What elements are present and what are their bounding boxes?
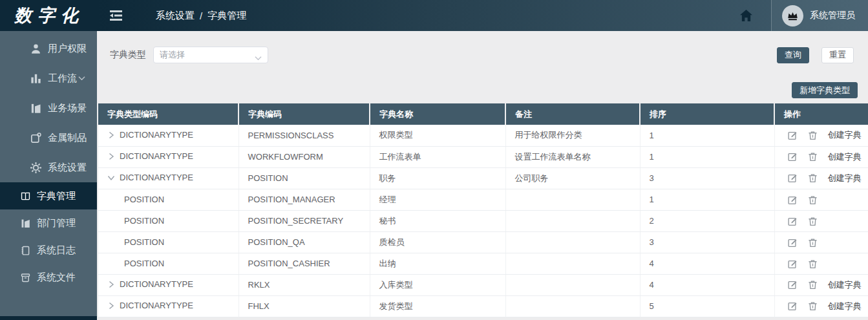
edit-icon[interactable] (788, 259, 798, 269)
cell-type-code: DICTIONARYTYPE (120, 279, 193, 289)
col-header-remark: 备注 (505, 103, 640, 125)
breadcrumb-current[interactable]: 字典管理 (207, 10, 246, 22)
app-logo: 数字化 (0, 0, 97, 31)
cell-remark (505, 189, 640, 210)
sidebar-subitem-label: 系统文件 (37, 272, 76, 284)
add-dict-type-button[interactable]: 新增字典类型 (792, 82, 858, 98)
cell-dict-code: POSITION_CASHIER (238, 253, 370, 274)
delete-icon[interactable] (808, 301, 818, 311)
edit-icon[interactable] (788, 195, 798, 205)
table-row: DICTIONARYTYPE RKLX 入库类型 4 创建字典 (98, 274, 868, 295)
avatar (782, 5, 803, 27)
collapse-arrow-icon[interactable] (107, 174, 115, 182)
cell-sort: 5 (640, 295, 774, 317)
reset-button[interactable]: 重置 (821, 47, 854, 63)
cell-dict-name: 秘书 (370, 210, 505, 231)
sidebar-subitem-system-log[interactable]: 系统日志 (0, 237, 97, 264)
edit-icon[interactable] (788, 280, 798, 290)
table-row-expanded: DICTIONARYTYPE POSITION 职务 公司职务 3 创建字典 (98, 167, 868, 189)
sidebar-subitem-label: 字典管理 (37, 190, 76, 202)
create-dict-link[interactable]: 创建字典 (828, 301, 862, 311)
delete-icon[interactable] (808, 259, 818, 269)
cell-dict-code: RKLX (238, 274, 370, 295)
delete-icon[interactable] (808, 195, 818, 205)
edit-icon[interactable] (788, 238, 798, 248)
chevron-down-icon (78, 46, 85, 51)
table-row: DICTIONARYTYPE PERMISSIONSCLASS 权限类型 用于给… (98, 125, 868, 146)
edit-icon[interactable] (788, 173, 798, 183)
cell-type-code: POSITION (98, 253, 238, 274)
chevron-down-icon (78, 105, 85, 111)
table-header-row: 字典类型编码 字典编码 字典名称 备注 排序 操作 (98, 103, 868, 125)
chevron-down-icon (78, 76, 85, 81)
sidebar-item-workflow[interactable]: 工作流 (0, 63, 97, 93)
create-dict-link[interactable]: 创建字典 (828, 130, 862, 140)
create-dict-link[interactable]: 创建字典 (828, 280, 862, 290)
col-header-dict-code: 字典编码 (238, 103, 370, 125)
sidebar-menu: 用户权限 工作流 业务场景 金属制品 系统设置 (0, 31, 97, 291)
content: 字典类型 请选择 查询 重置 新增字典类型 字典类型编码 字典编码 (97, 31, 868, 320)
search-button[interactable]: 查询 (777, 47, 809, 63)
delete-icon[interactable] (808, 238, 818, 248)
sidebar-subitem-system-files[interactable]: 系统文件 (0, 264, 97, 291)
sidebar-subitem-dictionary-management[interactable]: 字典管理 (0, 182, 97, 209)
cell-dict-code: POSITION_QA (238, 231, 370, 253)
cell-sort: 4 (640, 253, 774, 274)
sidebar-subitem-department-management[interactable]: 部门管理 (0, 209, 97, 237)
expand-arrow-icon[interactable] (107, 153, 115, 160)
cell-dict-name: 发货类型 (370, 295, 505, 317)
delete-icon[interactable] (808, 217, 818, 226)
cell-sort: 3 (640, 231, 774, 253)
chevron-down-icon (255, 52, 262, 58)
delete-icon[interactable] (808, 131, 818, 140)
cell-remark (505, 295, 640, 317)
create-dict-link[interactable]: 创建字典 (828, 173, 862, 183)
breadcrumb: 系统设置 / 字典管理 (156, 10, 246, 22)
create-dict-link[interactable]: 创建字典 (828, 152, 862, 162)
breadcrumb-parent[interactable]: 系统设置 (156, 10, 195, 22)
table-row-child: POSITION POSITION_MANAGER 经理 1 (98, 189, 868, 210)
department-icon (20, 218, 31, 229)
cell-remark (505, 231, 640, 253)
cell-dict-name: 出纳 (370, 253, 505, 274)
business-scene-icon (30, 102, 42, 114)
user-panel[interactable]: 系统管理员 (771, 0, 868, 31)
home-icon[interactable] (740, 10, 752, 21)
sidebar-bottom-bar (0, 316, 97, 320)
cell-sort: 1 (640, 125, 774, 146)
sidebar: 数字化 用户权限 工作流 业务场景 金属制品 (0, 0, 97, 320)
cell-remark: 公司职务 (505, 167, 640, 189)
delete-icon[interactable] (808, 173, 818, 183)
cell-type-code: DICTIONARYTYPE (120, 130, 193, 140)
expand-arrow-icon[interactable] (107, 302, 115, 310)
collapse-menu-icon[interactable] (110, 10, 122, 21)
delete-icon[interactable] (808, 280, 818, 290)
edit-icon[interactable] (788, 152, 798, 162)
cell-type-code: DICTIONARYTYPE (120, 173, 193, 182)
col-header-dict-name: 字典名称 (370, 103, 505, 125)
sidebar-item-metal-products[interactable]: 金属制品 (0, 123, 97, 153)
sidebar-item-user-permissions[interactable]: 用户权限 (0, 34, 97, 63)
expand-arrow-icon[interactable] (107, 131, 115, 139)
delete-icon[interactable] (808, 152, 818, 162)
edit-icon[interactable] (788, 217, 798, 226)
cell-sort: 4 (640, 274, 774, 295)
topbar: 系统设置 / 字典管理 系统管理员 (97, 0, 868, 31)
cell-dict-code: FHLX (238, 295, 370, 317)
app-root: 数字化 用户权限 工作流 业务场景 金属制品 (0, 0, 868, 320)
cell-dict-code: POSITION_MANAGER (238, 189, 370, 210)
cell-sort: 2 (640, 210, 774, 231)
sidebar-subitem-label: 部门管理 (37, 217, 76, 229)
sidebar-item-business-scene[interactable]: 业务场景 (0, 93, 97, 123)
sidebar-item-system-settings[interactable]: 系统设置 (0, 153, 97, 182)
cell-dict-code: POSITION_SECRETARY (238, 210, 370, 231)
dictionary-book-icon (20, 191, 31, 202)
cell-type-code: DICTIONARYTYPE (120, 151, 193, 161)
edit-icon[interactable] (788, 301, 798, 311)
edit-icon[interactable] (788, 131, 798, 140)
cell-dict-name: 权限类型 (370, 125, 505, 146)
table-row-child: POSITION POSITION_SECRETARY 秘书 2 (98, 210, 868, 231)
dict-type-select[interactable]: 请选择 (153, 47, 268, 63)
expand-arrow-icon[interactable] (107, 281, 115, 288)
table-row-child: POSITION POSITION_CASHIER 出纳 4 (98, 253, 868, 274)
